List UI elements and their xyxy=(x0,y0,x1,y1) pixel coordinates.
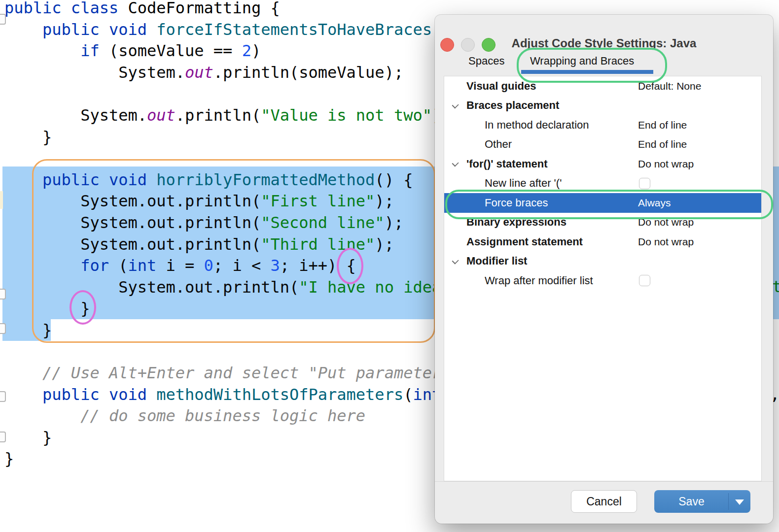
code-line[interactable]: System.out.println("Value is not two") xyxy=(4,105,441,127)
settings-row-other[interactable]: OtherEnd of line xyxy=(444,135,761,155)
chevron-down-icon[interactable] xyxy=(453,102,458,108)
cancel-button[interactable]: Cancel xyxy=(571,490,637,513)
checkbox[interactable] xyxy=(639,275,650,286)
code-line[interactable]: if (someValue == 2) xyxy=(4,40,441,62)
code-token xyxy=(4,41,80,60)
code-token: // do some business logic here xyxy=(80,406,365,425)
code-token: out xyxy=(147,106,176,125)
settings-row-wrap-after-modifier-list[interactable]: Wrap after modifier list xyxy=(444,271,761,291)
code-token: ( xyxy=(403,385,413,404)
chevron-down-icon[interactable] xyxy=(735,499,744,505)
magenta-circle-open-brace xyxy=(337,248,363,284)
code-token xyxy=(4,364,42,382)
code-token xyxy=(4,20,42,39)
save-button-label: Save xyxy=(678,495,704,508)
setting-value[interactable]: End of line xyxy=(638,138,687,150)
code-token: } xyxy=(4,428,52,447)
code-token: if xyxy=(80,41,109,60)
setting-label: Assignment statement xyxy=(466,235,583,248)
green-annotation-tab xyxy=(517,48,667,83)
settings-panel: Visual guidesDefault: NoneBraces placeme… xyxy=(444,76,762,481)
chevron-down-icon[interactable] xyxy=(453,161,458,166)
code-token: .println( xyxy=(176,106,261,125)
code-token: public void xyxy=(42,20,156,39)
code-token: public void xyxy=(42,385,156,404)
code-token: public class xyxy=(4,0,128,17)
code-line[interactable]: public void methodWithLotsOfParameters(i… xyxy=(4,384,441,406)
code-token: CodeFormatting xyxy=(128,0,261,17)
code-token: { xyxy=(261,0,280,17)
magenta-circle-close-brace xyxy=(70,290,96,325)
code-line[interactable]: // Use Alt+Enter and select "Put paramet… xyxy=(4,363,441,384)
code-line[interactable]: // do some business logic here xyxy=(4,405,441,427)
setting-label: Wrap after modifier list xyxy=(485,274,593,287)
setting-label: In method declaration xyxy=(485,119,589,132)
save-button[interactable]: Save xyxy=(654,490,750,513)
setting-value[interactable]: Do not wrap xyxy=(638,158,694,170)
code-line[interactable]: } xyxy=(4,427,441,449)
code-token: (someValue == xyxy=(109,41,242,60)
footer-divider xyxy=(435,481,773,482)
settings-row-assignment-statement[interactable]: Assignment statementDo not wrap xyxy=(444,232,761,252)
setting-label: Visual guides xyxy=(466,80,536,93)
settings-row-for-statement[interactable]: 'for()' statementDo not wrap xyxy=(444,154,761,174)
code-line[interactable]: } xyxy=(4,127,441,148)
tab-spaces[interactable]: Spaces xyxy=(468,55,504,67)
code-token: out xyxy=(185,63,213,82)
checkbox[interactable] xyxy=(639,178,650,189)
setting-label: New line after '(' xyxy=(485,177,562,190)
setting-label: Other xyxy=(485,138,512,151)
code-token: .println(someValue); xyxy=(213,63,403,82)
code-token: ) xyxy=(251,41,261,60)
code-token xyxy=(4,385,42,404)
code-line[interactable]: public class CodeFormatting { xyxy=(4,0,441,19)
code-token: methodWithLotsOfParameters xyxy=(156,385,403,404)
code-token: System. xyxy=(4,106,147,125)
adjust-code-style-dialog: Adjust Code Style Settings: Java Spaces … xyxy=(435,15,773,524)
setting-label: Braces placement xyxy=(466,99,559,112)
code-line[interactable]: } xyxy=(4,448,441,470)
code-edge-fragment: t xyxy=(772,276,779,298)
save-split-divider xyxy=(728,493,729,510)
gutter-annotation-strip xyxy=(0,191,3,209)
code-line[interactable]: public void forceIfStatementsToHaveBrace… xyxy=(4,19,441,41)
code-line[interactable] xyxy=(4,83,441,105)
setting-label: Modifier list xyxy=(466,255,527,267)
settings-row-braces-placement[interactable]: Braces placement xyxy=(444,96,761,116)
setting-label: 'for()' statement xyxy=(466,158,547,170)
settings-row-modifier-list[interactable]: Modifier list xyxy=(444,252,761,271)
chevron-down-icon[interactable] xyxy=(453,258,458,264)
code-token xyxy=(4,406,80,425)
code-line[interactable] xyxy=(4,341,441,363)
code-token: } xyxy=(4,128,52,146)
code-token: "Value is not two" xyxy=(261,106,432,125)
code-token: // Use Alt+Enter and select "Put paramet… xyxy=(42,364,441,382)
green-annotation-force-braces xyxy=(445,190,773,219)
code-token: System. xyxy=(4,63,185,82)
code-token: 2 xyxy=(242,41,251,60)
settings-row-in-method-declaration[interactable]: In method declarationEnd of line xyxy=(444,115,761,135)
setting-value[interactable]: End of line xyxy=(638,119,687,131)
code-token: forceIfStatementsToHaveBraces xyxy=(156,20,432,39)
setting-value[interactable]: Do not wrap xyxy=(638,236,694,248)
code-token: } xyxy=(4,449,14,468)
code-line[interactable]: System.out.println(someValue); xyxy=(4,62,441,84)
